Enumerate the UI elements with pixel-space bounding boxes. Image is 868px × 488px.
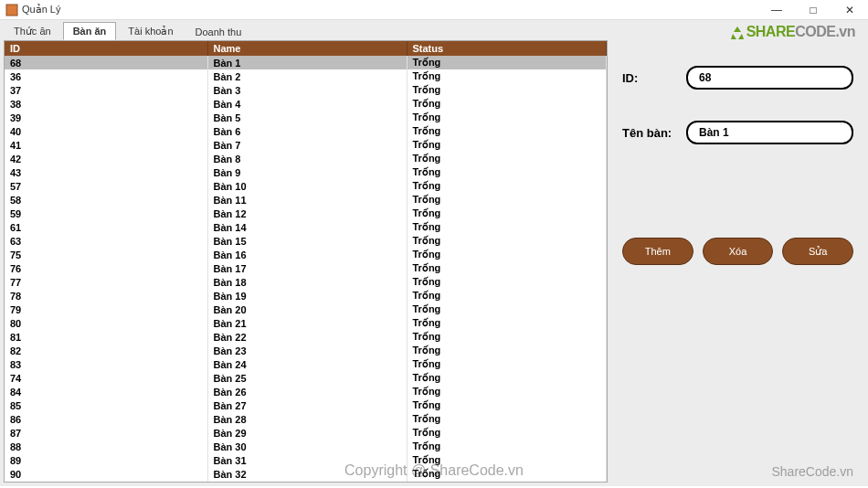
cell-status: Trống: [407, 467, 607, 481]
table-row[interactable]: 61Bàn 14Trống: [5, 220, 607, 234]
col-header-0[interactable]: ID: [5, 41, 207, 56]
cell-status: Trống: [407, 316, 607, 330]
id-input[interactable]: [686, 66, 853, 90]
recycle-icon: [730, 26, 745, 40]
table-row[interactable]: 43Bàn 9Trống: [5, 165, 607, 179]
cell-id: 42: [5, 152, 207, 165]
delete-button[interactable]: Xóa: [703, 238, 774, 265]
cell-status: Trống: [407, 289, 607, 302]
cell-status: Trống: [407, 261, 607, 275]
cell-name: Bàn 28: [207, 412, 407, 426]
cell-status: Trống: [407, 357, 607, 371]
table-row[interactable]: 74Bàn 25Trống: [5, 371, 607, 385]
cell-name: Bàn 24: [207, 357, 407, 371]
col-header-2[interactable]: Status: [407, 41, 607, 56]
cell-status: Trống: [407, 440, 607, 453]
cell-status: Trống: [407, 207, 607, 220]
table-row[interactable]: 59Bàn 12Trống: [5, 207, 607, 220]
cell-name: Bàn 36: [207, 481, 407, 482]
cell-status: Trống: [407, 97, 607, 111]
cell-id: 58: [5, 193, 207, 207]
table-row[interactable]: 36Bàn 2Trống: [5, 69, 607, 83]
table-row[interactable]: 58Bàn 11Trống: [5, 193, 607, 207]
cell-status: Trống: [407, 220, 607, 234]
tab-3[interactable]: Doanh thu: [185, 22, 252, 40]
name-input[interactable]: [686, 121, 853, 144]
table-row[interactable]: 75Bàn 16Trống: [5, 248, 607, 261]
cell-name: Bàn 30: [207, 440, 407, 453]
id-label: ID:: [622, 71, 686, 85]
cell-id: 86: [5, 412, 207, 426]
cell-status: Trống: [407, 69, 607, 83]
cell-name: Bàn 20: [207, 302, 407, 316]
table-row[interactable]: 89Bàn 31Trống: [5, 453, 607, 467]
close-button[interactable]: ✕: [831, 0, 868, 20]
cell-id: 78: [5, 289, 207, 302]
edit-button[interactable]: Sửa: [782, 238, 853, 265]
cell-name: Bàn 26: [207, 385, 407, 398]
grid-scroll[interactable]: IDNameStatus 68Bàn 1Trống36Bàn 2Trống37B…: [5, 41, 607, 482]
tables-grid: IDNameStatus 68Bàn 1Trống36Bàn 2Trống37B…: [5, 41, 607, 482]
cell-id: 77: [5, 275, 207, 289]
watermark-bottom: ShareCode.vn: [771, 464, 853, 479]
table-row[interactable]: 79Bàn 20Trống: [5, 302, 607, 316]
table-row[interactable]: 40Bàn 6Trống: [5, 124, 607, 138]
cell-id: 36: [5, 69, 207, 83]
cell-id: 82: [5, 344, 207, 357]
table-row[interactable]: 77Bàn 18Trống: [5, 275, 607, 289]
cell-id: 41: [5, 138, 207, 152]
table-row[interactable]: 81Bàn 22Trống: [5, 330, 607, 344]
cell-name: Bàn 12: [207, 207, 407, 220]
table-row[interactable]: 91Bàn 36Trống: [5, 481, 607, 482]
cell-id: 37: [5, 83, 207, 97]
cell-name: Bàn 17: [207, 261, 407, 275]
add-button[interactable]: Thêm: [622, 238, 693, 265]
table-row[interactable]: 41Bàn 7Trống: [5, 138, 607, 152]
tab-1[interactable]: Bàn ăn: [63, 22, 117, 40]
svg-rect-0: [6, 5, 17, 16]
cell-status: Trống: [407, 302, 607, 316]
cell-status: Trống: [407, 371, 607, 385]
cell-id: 89: [5, 453, 207, 467]
grid-wrap: IDNameStatus 68Bàn 1Trống36Bàn 2Trống37B…: [4, 40, 608, 483]
col-header-1[interactable]: Name: [207, 41, 407, 56]
table-row[interactable]: 76Bàn 17Trống: [5, 261, 607, 275]
cell-status: Trống: [407, 398, 607, 412]
table-row[interactable]: 82Bàn 23Trống: [5, 344, 607, 357]
cell-status: Trống: [407, 385, 607, 398]
table-row[interactable]: 37Bàn 3Trống: [5, 83, 607, 97]
cell-status: Trống: [407, 344, 607, 357]
table-row[interactable]: 83Bàn 24Trống: [5, 357, 607, 371]
cell-status: Trống: [407, 165, 607, 179]
app-icon: [5, 4, 18, 16]
cell-id: 74: [5, 371, 207, 385]
cell-name: Bàn 7: [207, 138, 407, 152]
cell-id: 38: [5, 97, 207, 111]
cell-name: Bàn 18: [207, 275, 407, 289]
table-row[interactable]: 68Bàn 1Trống: [5, 56, 607, 69]
cell-id: 90: [5, 467, 207, 481]
table-row[interactable]: 57Bàn 10Trống: [5, 179, 607, 193]
cell-name: Bàn 19: [207, 289, 407, 302]
cell-name: Bàn 8: [207, 152, 407, 165]
cell-id: 88: [5, 440, 207, 453]
table-row[interactable]: 78Bàn 19Trống: [5, 289, 607, 302]
table-row[interactable]: 87Bàn 29Trống: [5, 426, 607, 440]
tab-2[interactable]: Tài khoản: [118, 22, 183, 40]
table-row[interactable]: 80Bàn 21Trống: [5, 316, 607, 330]
table-row[interactable]: 38Bàn 4Trống: [5, 97, 607, 111]
cell-name: Bàn 2: [207, 69, 407, 83]
table-row[interactable]: 86Bàn 28Trống: [5, 412, 607, 426]
maximize-button[interactable]: □: [795, 0, 831, 20]
table-row[interactable]: 85Bàn 27Trống: [5, 398, 607, 412]
cell-name: Bàn 15: [207, 234, 407, 248]
table-row[interactable]: 39Bàn 5Trống: [5, 111, 607, 124]
table-row[interactable]: 90Bàn 32Trống: [5, 467, 607, 481]
table-row[interactable]: 84Bàn 26Trống: [5, 385, 607, 398]
table-row[interactable]: 63Bàn 15Trống: [5, 234, 607, 248]
titlebar: Quản Lý — □ ✕: [0, 0, 868, 20]
table-row[interactable]: 88Bàn 30Trống: [5, 440, 607, 453]
minimize-button[interactable]: —: [758, 0, 795, 20]
tab-0[interactable]: Thức ăn: [4, 22, 61, 40]
table-row[interactable]: 42Bàn 8Trống: [5, 152, 607, 165]
